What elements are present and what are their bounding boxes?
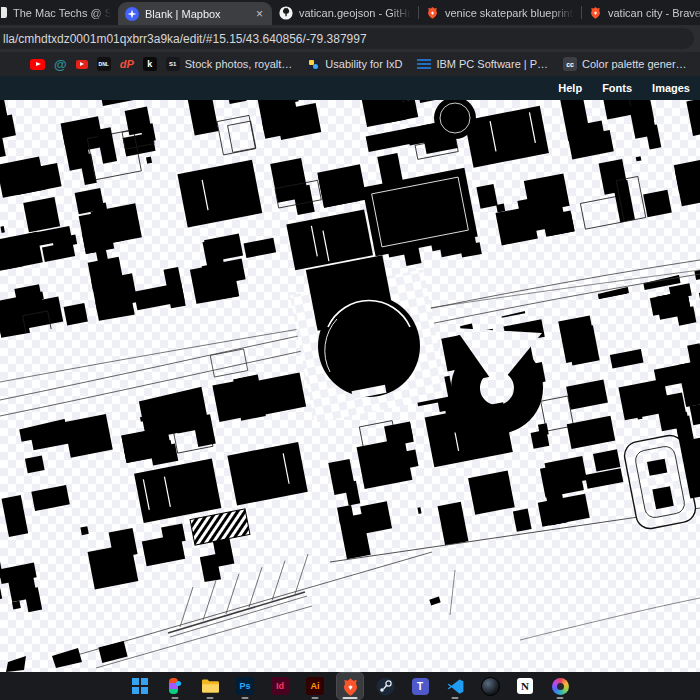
brave-icon [426,6,439,19]
taskbar-photos-button[interactable] [547,673,573,699]
bookmark-cc[interactable]: ccColor palette gener… [563,57,687,71]
figma-icon [169,678,181,694]
dp-icon: dP [120,59,134,70]
taskbar-explorer-button[interactable] [197,673,223,699]
vscode-icon [446,677,465,696]
youtube-icon [30,59,45,70]
tab-active[interactable]: Blank | Mapbox× [118,2,272,25]
tab-title: Blank | Mapbox [145,8,248,20]
tab-title: vatican.geojson - GitHub [299,7,411,19]
tab-title: vatican city - Brave Search [608,7,700,19]
tab-close-button[interactable]: × [254,7,265,21]
bookmarks-bar: @DNLdPkS1Stock photos, royalt…Usability … [0,52,700,76]
tab[interactable]: The Mac Techs @ Sheridan :: La [0,0,118,25]
indesign-icon: Id [271,677,289,695]
brave-lion-icon [341,677,360,696]
photoshop-icon: Ps [236,677,254,695]
bookmark-label: IBM PC Software | P… [436,58,548,70]
menu-item-images[interactable]: Images [652,82,690,94]
tab-strip: The Mac Techs @ Sheridan :: LaBlank | Ma… [0,0,700,25]
taskbar-brave-button[interactable] [337,673,363,699]
taskbar-photoshop-button[interactable]: Ps [232,673,258,699]
ibm-icon [417,59,431,69]
dnl-icon: DNL [97,57,111,71]
bookmark-label: Stock photos, royalt… [185,58,293,70]
menu-item-help[interactable]: Help [558,82,582,94]
browser-window: The Mac Techs @ Sheridan :: LaBlank | Ma… [0,0,700,700]
photos-icon [552,678,569,695]
taskbar-start-button[interactable] [127,673,153,699]
mapbox-studio-header: HelpFontsImages [0,76,700,100]
running-indicator [242,697,249,699]
running-indicator [207,697,214,699]
taskbar-teams-button[interactable]: T [407,673,433,699]
tab-title: venice skatepark blueprints - Brave Sear… [445,7,574,19]
tab[interactable]: vatican.geojson - GitHub [272,0,418,25]
taskbar-figma-button[interactable] [162,673,188,699]
bookmark-ibm[interactable]: IBM PC Software | P… [417,58,548,70]
running-indicator [557,697,564,699]
taskbar: PsIdAiTN [0,672,700,700]
bookmark-label: Color palette gener… [582,58,687,70]
taskbar-illustrator-button[interactable]: Ai [302,673,328,699]
running-indicator [452,697,459,699]
bookmark-dp[interactable]: dP [120,59,134,70]
mapbox-icon [125,7,139,21]
brave-icon [589,6,602,19]
bookmark-s1[interactable]: S1Stock photos, royalt… [166,57,293,71]
url-text: lla/cmhdtxdz0001m01qxbrr3a9ka/edit/#15.1… [0,32,367,46]
bookmark-dnl[interactable]: DNL [97,57,111,71]
teams-icon: T [412,678,429,695]
bookmark-label: Usability for IxD [325,58,402,70]
tab[interactable]: vatican city - Brave Search [582,0,700,25]
bookmark-ixd[interactable]: Usability for IxD [307,58,402,71]
ixd-icon [307,58,320,71]
running-indicator [172,697,179,699]
start-icon [132,678,148,694]
figure-ground-map [0,100,700,672]
teal-icon: @ [54,58,67,71]
taskbar-steam-button[interactable] [372,673,398,699]
camera-icon [481,677,500,696]
s1-icon: S1 [166,57,180,71]
steam-icon [376,677,395,696]
address-bar[interactable]: lla/cmhdtxdz0001m01qxbrr3a9ka/edit/#15.1… [0,28,694,49]
tab[interactable]: venice skatepark blueprints - Brave Sear… [419,0,581,25]
roy-thomson-hall-circle [318,295,420,397]
address-bar-row: lla/cmhdtxdz0001m01qxbrr3a9ka/edit/#15.1… [0,25,700,52]
taskbar-indesign-button[interactable]: Id [267,673,293,699]
explorer-icon [201,678,220,694]
menu-item-fonts[interactable]: Fonts [602,82,632,94]
bookmark-youtube-small[interactable] [76,60,88,69]
taskbar-notion-button[interactable]: N [512,673,538,699]
k-icon: k [143,57,157,71]
tab-title: The Mac Techs @ Sheridan :: La [13,7,111,19]
youtube-small-icon [76,60,88,69]
bookmark-youtube[interactable] [30,59,45,70]
notion-icon: N [517,678,533,694]
running-indicator [312,697,319,699]
github-icon [279,6,293,20]
running-indicator [343,697,358,699]
bookmark-teal[interactable]: @ [54,58,67,71]
map-canvas[interactable] [0,100,700,672]
taskbar-vscode-button[interactable] [442,673,468,699]
mapbox-menu: HelpFontsImages [558,82,690,94]
cc-icon: cc [563,57,577,71]
illustrator-icon: Ai [306,677,324,695]
taskbar-camera-button[interactable] [477,673,503,699]
bookmark-k[interactable]: k [143,57,157,71]
